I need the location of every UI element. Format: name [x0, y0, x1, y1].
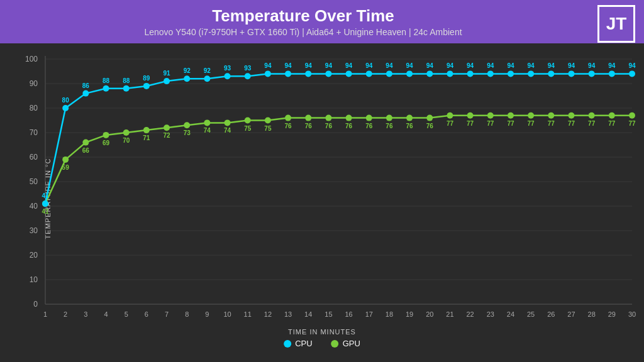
svg-point-112 — [609, 70, 615, 77]
legend-cpu-dot — [284, 340, 291, 348]
svg-text:8: 8 — [185, 310, 189, 318]
svg-text:41: 41 — [42, 208, 49, 215]
svg-text:76: 76 — [325, 123, 333, 129]
legend-gpu-label: GPU — [343, 339, 360, 348]
svg-point-55 — [62, 156, 69, 163]
svg-point-78 — [528, 112, 534, 119]
svg-point-58 — [123, 129, 130, 136]
svg-text:3: 3 — [84, 310, 87, 318]
svg-point-82 — [609, 112, 615, 119]
svg-text:28: 28 — [588, 310, 596, 318]
legend-gpu-dot — [331, 340, 339, 348]
svg-text:20: 20 — [426, 310, 433, 318]
svg-point-89 — [143, 83, 150, 89]
svg-text:13: 13 — [284, 310, 292, 318]
svg-text:59: 59 — [62, 164, 70, 171]
svg-point-99 — [346, 70, 352, 77]
svg-text:19: 19 — [406, 310, 413, 318]
svg-point-106 — [487, 70, 494, 77]
svg-text:76: 76 — [426, 123, 434, 129]
svg-text:1: 1 — [43, 310, 47, 318]
legend-cpu-label: CPU — [295, 339, 312, 348]
svg-text:94: 94 — [467, 62, 474, 69]
svg-point-68 — [325, 115, 331, 121]
svg-point-107 — [508, 70, 514, 77]
svg-point-109 — [548, 70, 554, 77]
svg-text:76: 76 — [305, 123, 313, 129]
svg-text:94: 94 — [365, 62, 373, 69]
svg-point-61 — [184, 122, 190, 128]
legend-cpu: CPU — [284, 339, 312, 348]
svg-text:77: 77 — [528, 120, 535, 127]
svg-text:94: 94 — [608, 62, 616, 69]
svg-point-79 — [548, 112, 554, 119]
svg-text:76: 76 — [345, 123, 353, 129]
svg-text:7: 7 — [165, 310, 169, 318]
svg-point-77 — [508, 112, 514, 119]
svg-text:94: 94 — [406, 62, 414, 69]
svg-text:70: 70 — [123, 137, 130, 144]
svg-point-108 — [528, 70, 534, 77]
data-chart-svg: 1234567891011121314151617181920212223242… — [0, 43, 644, 353]
svg-text:23: 23 — [487, 310, 494, 318]
chart-subtitle: Lenovo Y540 (i7-9750H + GTX 1660 Ti) | A… — [13, 27, 594, 37]
svg-point-93 — [225, 73, 231, 79]
svg-text:16: 16 — [345, 310, 352, 318]
svg-point-91 — [184, 75, 190, 82]
svg-point-90 — [164, 78, 170, 84]
svg-point-71 — [386, 115, 392, 121]
svg-text:76: 76 — [285, 123, 292, 129]
svg-point-85 — [62, 105, 69, 111]
svg-text:4: 4 — [104, 310, 108, 318]
svg-text:30: 30 — [628, 310, 636, 318]
svg-text:5: 5 — [125, 310, 128, 318]
svg-point-63 — [225, 119, 231, 126]
svg-text:77: 77 — [447, 120, 454, 127]
svg-text:73: 73 — [184, 129, 191, 136]
svg-point-111 — [589, 70, 595, 77]
svg-text:22: 22 — [466, 310, 474, 318]
legend-gpu: GPU — [331, 339, 360, 348]
svg-text:93: 93 — [224, 65, 231, 72]
svg-point-110 — [568, 70, 574, 77]
svg-point-86 — [82, 90, 89, 97]
svg-point-103 — [426, 70, 433, 77]
svg-text:76: 76 — [386, 123, 393, 129]
svg-text:41: 41 — [42, 192, 49, 199]
svg-text:77: 77 — [548, 120, 555, 127]
svg-text:17: 17 — [365, 310, 373, 318]
svg-text:75: 75 — [244, 125, 252, 132]
svg-text:94: 94 — [487, 62, 494, 69]
svg-text:74: 74 — [204, 127, 211, 134]
svg-text:80: 80 — [62, 97, 70, 104]
svg-text:71: 71 — [143, 134, 150, 141]
x-axis-label: TIME IN MINUTES — [288, 328, 356, 336]
legend: CPU GPU — [284, 339, 360, 348]
svg-text:94: 94 — [305, 62, 313, 69]
svg-point-81 — [589, 112, 595, 119]
svg-text:72: 72 — [163, 132, 170, 139]
svg-point-113 — [629, 70, 635, 77]
svg-text:86: 86 — [82, 82, 90, 89]
svg-point-102 — [406, 70, 413, 77]
svg-point-57 — [103, 132, 109, 138]
svg-text:18: 18 — [386, 310, 393, 318]
svg-point-76 — [487, 112, 494, 119]
svg-text:94: 94 — [345, 62, 353, 69]
svg-text:24: 24 — [507, 310, 514, 318]
svg-point-66 — [285, 115, 291, 121]
svg-text:92: 92 — [184, 67, 191, 74]
svg-point-94 — [245, 73, 251, 79]
svg-text:77: 77 — [608, 120, 616, 127]
svg-text:76: 76 — [365, 123, 373, 129]
chart-area: TEMPERATURE IN °C 0 10 20 30 40 50 60 70 — [0, 43, 644, 353]
svg-text:27: 27 — [567, 310, 575, 318]
svg-text:94: 94 — [628, 62, 636, 69]
svg-text:77: 77 — [487, 120, 494, 127]
svg-text:91: 91 — [163, 70, 170, 77]
svg-text:21: 21 — [446, 310, 453, 318]
svg-point-74 — [447, 112, 453, 119]
svg-point-62 — [204, 119, 210, 126]
svg-point-100 — [366, 70, 372, 77]
svg-text:66: 66 — [82, 147, 90, 154]
